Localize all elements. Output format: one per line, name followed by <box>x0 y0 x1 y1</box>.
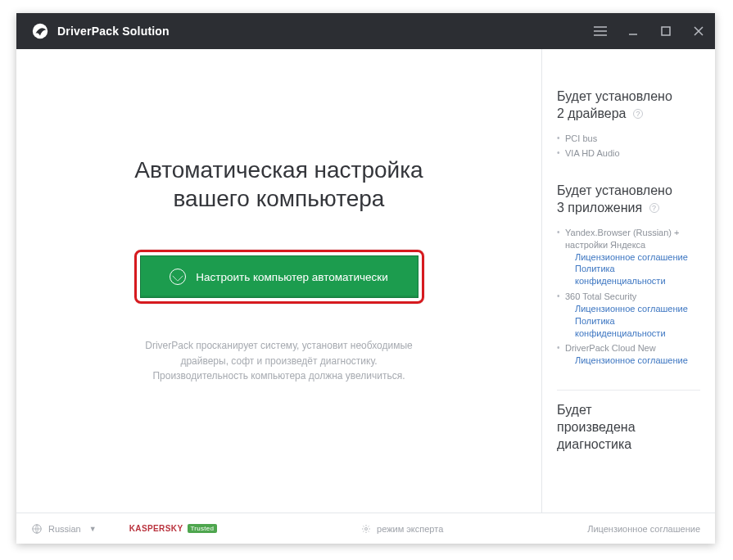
main-heading-line2: вашего компьютера <box>174 186 385 211</box>
list-item: DriverPack Cloud New Лицензионное соглаш… <box>557 341 700 368</box>
footer: Russian ▼ KASPERSKY Trusted режим экспер… <box>16 513 715 544</box>
maximize-button[interactable] <box>649 13 682 49</box>
application-window: DriverPack Solution Автоматическая настр… <box>16 13 715 544</box>
main-heading: Автоматическая настройка вашего компьюте… <box>134 156 423 213</box>
list-item: Yandex.Browser (Russian) + настройки Янд… <box>557 225 700 289</box>
sidebar-apps-heading: Будет установлено 3 приложения ? <box>557 183 700 217</box>
license-link[interactable]: Лицензионное соглашение <box>565 251 700 264</box>
language-label: Russian <box>48 524 81 534</box>
expert-mode-button[interactable]: режим эксперта <box>361 524 443 534</box>
privacy-link[interactable]: Политика конфиденциальности <box>565 263 700 287</box>
minimize-button[interactable] <box>617 13 649 49</box>
expert-mode-label: режим эксперта <box>377 524 443 534</box>
sidebar-drivers-heading: Будет установлено 2 драйвера ? <box>557 88 700 123</box>
hamburger-menu-button[interactable] <box>584 13 617 49</box>
globe-icon <box>31 523 43 535</box>
license-link[interactable]: Лицензионное соглашение <box>565 303 700 315</box>
configure-automatically-button[interactable]: Настроить компьютер автоматически <box>140 255 419 298</box>
gear-icon <box>361 524 371 534</box>
main-description: DriverPack просканирует систему, установ… <box>145 338 413 384</box>
help-icon[interactable]: ? <box>649 203 659 213</box>
sidebar-diagnostics-heading: Будет произведена диагностика <box>557 402 700 453</box>
svg-point-3 <box>365 527 368 530</box>
list-item: PCI bus <box>557 131 700 147</box>
footer-license-link[interactable]: Лицензионное соглашение <box>587 524 700 534</box>
cta-highlight: Настроить компьютер автоматически <box>134 250 424 304</box>
help-icon[interactable]: ? <box>633 109 643 119</box>
sidebar: Будет установлено 2 драйвера ? PCI bus V… <box>541 49 715 513</box>
titlebar: DriverPack Solution <box>16 13 715 49</box>
chevron-down-icon: ▼ <box>89 525 97 533</box>
main-heading-line1: Автоматическая настройка <box>134 157 423 183</box>
window-body: Автоматическая настройка вашего компьюте… <box>16 49 715 513</box>
main-pane: Автоматическая настройка вашего компьюте… <box>16 49 541 513</box>
divider <box>557 390 700 391</box>
compass-icon <box>170 269 186 285</box>
language-selector[interactable]: Russian ▼ <box>31 523 97 535</box>
app-title: DriverPack Solution <box>57 25 170 38</box>
svg-rect-1 <box>662 27 670 35</box>
kaspersky-badge: KASPERSKY Trusted <box>129 524 217 533</box>
close-button[interactable] <box>682 13 715 49</box>
trusted-badge: Trusted <box>188 524 218 533</box>
privacy-link[interactable]: Политика конфиденциальности <box>565 315 700 340</box>
kaspersky-brand: KASPERSKY <box>129 524 183 533</box>
list-item: VIA HD Audio <box>557 146 700 161</box>
list-item: 360 Total Security Лицензионное соглашен… <box>557 289 700 341</box>
cta-label: Настроить компьютер автоматически <box>196 271 387 283</box>
sidebar-apps-list: Yandex.Browser (Russian) + настройки Янд… <box>557 225 700 368</box>
app-logo-icon <box>31 22 49 40</box>
sidebar-drivers-list: PCI bus VIA HD Audio <box>557 131 700 162</box>
license-link[interactable]: Лицензионное соглашение <box>565 355 700 367</box>
